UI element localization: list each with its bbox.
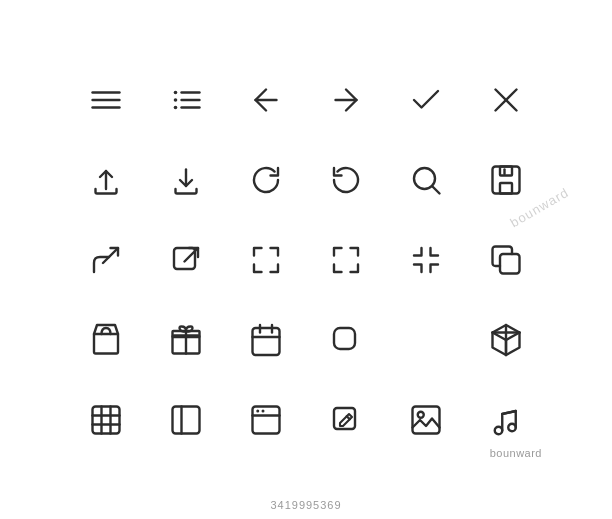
svg-point-4 bbox=[174, 98, 178, 102]
arrow-right-icon bbox=[306, 60, 386, 140]
calendar-icon bbox=[226, 300, 306, 380]
table-icon bbox=[66, 380, 146, 460]
svg-rect-27 bbox=[253, 328, 280, 355]
svg-rect-17 bbox=[493, 166, 520, 193]
copy-icon bbox=[466, 220, 546, 300]
svg-point-49 bbox=[418, 411, 424, 417]
arrow-left-icon bbox=[226, 60, 306, 140]
external-link-icon bbox=[146, 220, 226, 300]
download-icon bbox=[146, 140, 226, 220]
svg-point-3 bbox=[174, 90, 178, 94]
compress-icon bbox=[386, 220, 466, 300]
hamburger-menu-icon bbox=[66, 60, 146, 140]
gift-icon bbox=[146, 300, 226, 380]
refresh-ccw-icon bbox=[306, 140, 386, 220]
svg-point-44 bbox=[256, 409, 259, 412]
svg-rect-23 bbox=[500, 254, 520, 274]
save-icon bbox=[466, 140, 546, 220]
svg-line-52 bbox=[502, 411, 516, 414]
svg-rect-40 bbox=[173, 406, 200, 433]
svg-rect-19 bbox=[500, 183, 512, 194]
image-icon bbox=[386, 380, 466, 460]
share-icon bbox=[66, 220, 146, 300]
frame-icon bbox=[226, 220, 306, 300]
svg-rect-21 bbox=[174, 248, 195, 269]
svg-point-15 bbox=[414, 168, 435, 189]
svg-rect-48 bbox=[413, 406, 440, 433]
upload-icon bbox=[66, 140, 146, 220]
brand-watermark: bounward bbox=[490, 447, 542, 459]
expand-icon bbox=[306, 220, 386, 300]
svg-line-16 bbox=[433, 186, 440, 193]
refresh-cw-icon bbox=[226, 140, 306, 220]
svg-point-5 bbox=[174, 105, 178, 109]
cube-icon bbox=[466, 300, 546, 380]
checkmark-icon bbox=[386, 60, 466, 140]
svg-rect-31 bbox=[334, 328, 355, 349]
list-icon bbox=[146, 60, 226, 140]
icon-grid bbox=[66, 60, 546, 460]
svg-line-47 bbox=[347, 416, 350, 419]
watermark-cell bbox=[386, 300, 466, 380]
svg-rect-35 bbox=[93, 406, 120, 433]
panel-left-icon bbox=[146, 380, 226, 460]
browser-icon bbox=[226, 380, 306, 460]
svg-point-45 bbox=[262, 409, 265, 412]
shopping-bag-icon bbox=[66, 300, 146, 380]
close-icon bbox=[466, 60, 546, 140]
search-icon bbox=[386, 140, 466, 220]
getty-id: 3419995369 bbox=[270, 499, 341, 511]
rounded-square-icon bbox=[306, 300, 386, 380]
edit-icon bbox=[306, 380, 386, 460]
svg-rect-18 bbox=[500, 166, 512, 175]
